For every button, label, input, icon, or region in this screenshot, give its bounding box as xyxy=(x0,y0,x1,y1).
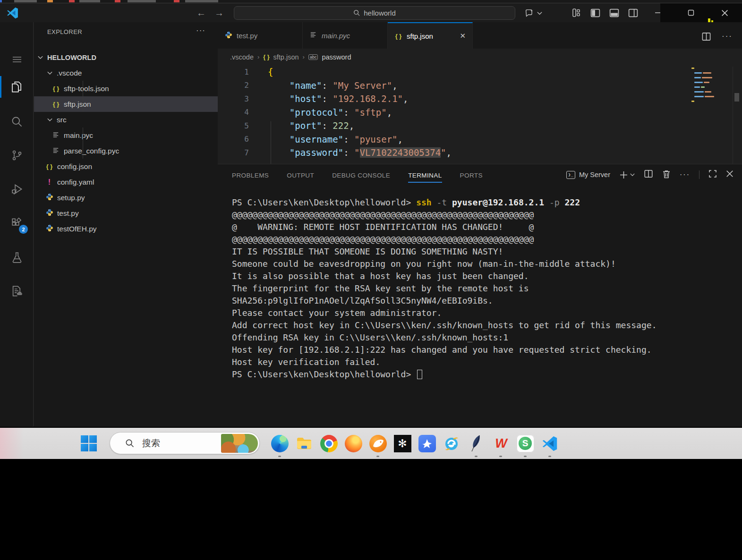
activity-run-debug-button[interactable] xyxy=(0,175,34,203)
panel-tab-terminal[interactable]: TERMINAL xyxy=(408,165,442,186)
json-file-icon: { } xyxy=(52,101,60,108)
tree-folder-src[interactable]: src xyxy=(34,112,218,127)
close-tab-icon[interactable]: ✕ xyxy=(460,32,466,40)
taskbar-wps-office-icon[interactable]: W xyxy=(488,428,513,459)
copilot-button[interactable] xyxy=(524,7,546,19)
code-line-6[interactable]: 6 "username": "pyuser", xyxy=(218,133,742,146)
terminal-name: My Server xyxy=(579,171,610,178)
activity-explorer-button[interactable] xyxy=(0,73,34,101)
toggle-primary-sidebar-icon[interactable] xyxy=(589,7,601,18)
terminal-instance-label[interactable]: ❯_ My Server xyxy=(566,171,610,179)
toggle-panel-icon[interactable] xyxy=(608,7,620,18)
breadcrumb-symbol[interactable]: password xyxy=(322,53,351,61)
taskbar-uc-browser-icon[interactable] xyxy=(366,428,390,459)
tree-file-sftp-json[interactable]: { }sftp.json xyxy=(34,96,218,112)
window-fragment xyxy=(0,0,2,2)
activity-source-control-button[interactable] xyxy=(0,142,34,169)
weather-widget-thumbnail[interactable] xyxy=(221,434,258,453)
tree-file-main-pyc[interactable]: main.pyc xyxy=(34,127,218,143)
toggle-secondary-sidebar-icon[interactable] xyxy=(627,7,639,18)
panel-tab-debug-console[interactable]: DEBUG CONSOLE xyxy=(332,165,390,186)
tree-file-parse-config-pyc[interactable]: parse_config.pyc xyxy=(34,143,218,159)
search-icon xyxy=(125,439,135,448)
panel-tab-ports[interactable]: PORTS xyxy=(460,165,483,186)
nav-back-button[interactable]: ← xyxy=(195,6,208,19)
tree-folder--vscode[interactable]: .vscode xyxy=(34,65,218,81)
new-terminal-button[interactable] xyxy=(619,170,635,179)
panel-tab-output[interactable]: OUTPUT xyxy=(287,165,314,186)
activity-remote-files-button[interactable] xyxy=(0,277,34,305)
activity-search-button[interactable] xyxy=(0,108,34,135)
code-line-3[interactable]: 3 "host": "192.168.2.1", xyxy=(218,92,742,106)
taskbar-chrome-icon[interactable] xyxy=(316,428,341,459)
split-editor-icon[interactable] xyxy=(701,32,711,43)
breadcrumb[interactable]: .vscode › { } sftp.json › abc password xyxy=(218,49,742,65)
customize-layout-icon[interactable] xyxy=(571,7,582,18)
tree-folder-helloworld[interactable]: HELLOWORLD xyxy=(34,50,218,65)
activity-extensions-button[interactable]: 2 xyxy=(0,209,34,236)
taskbar-blue-bird-app-icon[interactable] xyxy=(415,428,439,459)
close-panel-icon[interactable] xyxy=(726,170,733,179)
wps-office-icon: W xyxy=(492,434,510,452)
scrollbar-thumb[interactable] xyxy=(734,93,739,102)
minimap[interactable] xyxy=(690,67,718,106)
code-line-7[interactable]: 7 "password": "VL7102243005374", xyxy=(218,146,742,160)
taskbar-search-box[interactable]: 搜索 xyxy=(110,432,260,454)
activity-testing-button[interactable] xyxy=(0,244,34,271)
more-actions-ellipsis-icon[interactable]: ··· xyxy=(722,32,733,43)
tree-file-sftp-tools-json[interactable]: { }sftp-tools.json xyxy=(34,81,218,96)
tab-test-py[interactable]: test.py xyxy=(218,22,303,49)
code-line-4[interactable]: 4 "protocol": "sftp", xyxy=(218,106,742,119)
more-actions-ellipsis-icon[interactable]: ··· xyxy=(680,170,690,179)
taskbar-green-s-app-icon[interactable]: S xyxy=(513,428,537,459)
pyc-file-icon xyxy=(309,31,317,40)
command-center-search[interactable]: helloworld xyxy=(234,6,515,20)
breadcrumb-file[interactable]: sftp.json xyxy=(273,53,299,61)
tree-item-label: src xyxy=(57,116,67,124)
taskbar-firefox-icon[interactable] xyxy=(341,428,366,459)
terminal-line: SHA256:p9lglIfoP1nAOel/lZqAfSoll3C5nyNW4… xyxy=(232,295,733,307)
sidebar-more-actions-icon[interactable]: ··· xyxy=(196,26,205,35)
code-line-1[interactable]: 1{ xyxy=(218,65,742,79)
tab-sftp-json[interactable]: { }sftp.json✕ xyxy=(388,22,473,49)
taskbar-quill-app-icon[interactable] xyxy=(464,428,488,459)
tree-file-setup-py[interactable]: setup.py xyxy=(34,190,218,205)
window-fragment xyxy=(69,0,75,2)
editor-tab-bar: test.pymain.pyc{ }sftp.json✕ xyxy=(218,22,742,49)
taskbar-internet-explorer-icon[interactable] xyxy=(439,428,464,459)
code-line-5[interactable]: 5 "port": 222, xyxy=(218,119,742,133)
panel-tab-problems[interactable]: PROBLEMS xyxy=(232,165,269,186)
kill-terminal-trash-icon[interactable] xyxy=(662,170,671,180)
vscode-logo-icon xyxy=(6,7,19,19)
terminal-output[interactable]: PS C:\Users\ken\Desktop\helloworld> ssh … xyxy=(232,196,733,381)
running-indicator-dot xyxy=(548,456,551,458)
terminal-line: @@@@@@@@@@@@@@@@@@@@@@@@@@@@@@@@@@@@@@@@… xyxy=(232,209,733,221)
beaker-icon xyxy=(11,251,23,263)
terminal-line: Please contact your system administrator… xyxy=(232,307,733,319)
tree-file-test-py[interactable]: test.py xyxy=(34,205,218,221)
start-button[interactable] xyxy=(77,428,101,459)
close-window-button[interactable] xyxy=(714,3,735,22)
breadcrumb-folder[interactable]: .vscode xyxy=(230,53,254,61)
taskbar-edge-icon[interactable] xyxy=(267,428,292,459)
tree-item-label: config.json xyxy=(57,162,92,171)
tab-main-pyc[interactable]: main.pyc xyxy=(303,22,388,49)
taskbar-chatgpt-icon[interactable]: ✻ xyxy=(390,428,415,459)
search-value: helloworld xyxy=(364,9,396,17)
file-cloud-icon xyxy=(10,285,23,297)
search-icon xyxy=(10,115,23,128)
terminal-dropdown-chevron-icon[interactable] xyxy=(630,173,635,177)
hamburger-icon xyxy=(11,54,23,65)
desktop-screen: ← → helloworld xyxy=(0,0,742,560)
tree-file-config-json[interactable]: { }config.json xyxy=(34,159,218,174)
split-terminal-icon[interactable] xyxy=(644,169,653,180)
taskbar-file-explorer-icon[interactable] xyxy=(292,428,316,459)
maximize-panel-icon[interactable] xyxy=(708,170,717,180)
activity-menu-button[interactable] xyxy=(0,46,34,73)
taskbar-vscode-icon[interactable] xyxy=(537,428,562,459)
nav-forward-button[interactable]: → xyxy=(213,6,226,19)
code-line-2[interactable]: 2 "name": "My Server", xyxy=(218,79,742,93)
running-indicator-dot xyxy=(376,456,379,458)
tree-file-config-yaml[interactable]: !config.yaml xyxy=(34,174,218,190)
tree-file-testofeh-py[interactable]: testOfEH.py xyxy=(34,221,218,237)
